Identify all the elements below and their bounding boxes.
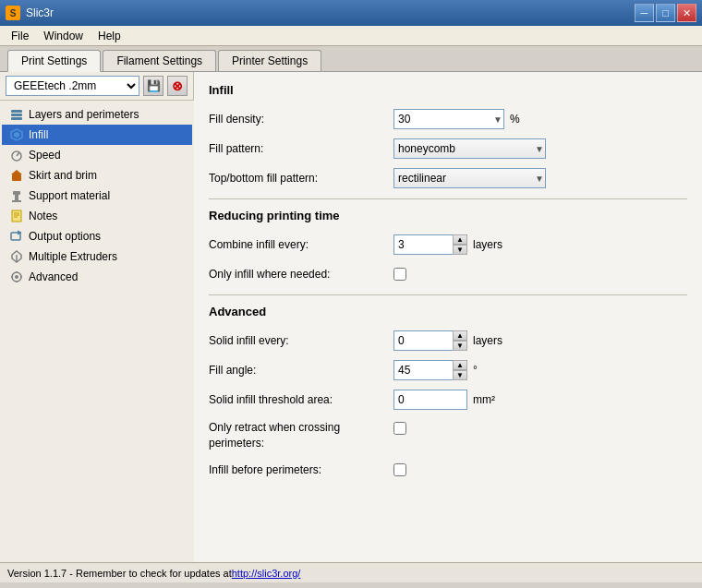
infill-before-row: Infill before perimeters: bbox=[209, 459, 687, 481]
topbottom-pattern-row: Top/bottom fill pattern: rectilinear ▼ bbox=[209, 167, 687, 189]
svg-rect-10 bbox=[15, 195, 18, 200]
profile-save-button[interactable]: 💾 bbox=[143, 76, 163, 96]
svg-rect-0 bbox=[11, 110, 22, 113]
profile-delete-button[interactable]: ⊗ bbox=[167, 76, 188, 96]
fill-angle-unit: ° bbox=[473, 364, 478, 377]
threshold-area-control: mm² bbox=[393, 390, 495, 410]
svg-rect-1 bbox=[11, 114, 22, 116]
infill-before-control bbox=[393, 463, 406, 476]
solid-infill-every-up[interactable]: ▲ bbox=[453, 330, 467, 341]
fill-angle-spinbtns: ▲ ▼ bbox=[453, 360, 467, 380]
speed-icon bbox=[9, 148, 24, 162]
svg-rect-11 bbox=[12, 200, 21, 202]
topbottom-pattern-control: rectilinear ▼ bbox=[393, 168, 546, 188]
fill-pattern-select-wrapper: honeycomb ▼ bbox=[393, 138, 546, 159]
svg-rect-12 bbox=[12, 210, 21, 222]
only-retract-label: Only retract when crossingperimeters: bbox=[209, 420, 393, 451]
layers-icon bbox=[9, 107, 24, 122]
combine-infill-down[interactable]: ▼ bbox=[453, 245, 467, 255]
threshold-area-label: Solid infill threshold area: bbox=[209, 393, 393, 406]
tab-print-settings[interactable]: Print Settings bbox=[7, 50, 101, 72]
app-icon: S bbox=[6, 6, 20, 20]
sidebar-item-skirt[interactable]: Skirt and brim bbox=[2, 165, 192, 186]
notes-icon bbox=[9, 209, 24, 223]
sidebar-label-advanced: Advanced bbox=[29, 270, 78, 283]
sidebar-label-support: Support material bbox=[29, 189, 110, 202]
sidebar-item-speed[interactable]: Speed bbox=[2, 145, 192, 165]
solid-infill-every-label: Solid infill every: bbox=[209, 334, 393, 347]
topbottom-pattern-select[interactable]: rectilinear bbox=[393, 168, 546, 188]
fill-angle-spinner: ▲ ▼ bbox=[393, 360, 467, 380]
main-content: GEEEtech .2mm 💾 ⊗ Layers and perimeters bbox=[0, 72, 702, 562]
sidebar-item-notes[interactable]: Notes bbox=[2, 206, 192, 226]
extruder-icon bbox=[9, 249, 24, 264]
title-bar: S Slic3r ─ □ ✕ bbox=[0, 0, 702, 26]
only-infill-checkbox[interactable] bbox=[393, 268, 406, 281]
tab-filament-settings[interactable]: Filament Settings bbox=[103, 50, 216, 71]
infill-before-label: Infill before perimeters: bbox=[209, 463, 393, 476]
minimize-button[interactable]: ─ bbox=[635, 4, 654, 22]
infill-before-checkbox[interactable] bbox=[393, 463, 406, 476]
status-text: Version 1.1.7 - Remember to check for up… bbox=[7, 568, 232, 579]
fill-density-unit: % bbox=[510, 113, 520, 126]
menu-file[interactable]: File bbox=[4, 28, 36, 44]
section-advanced-title: Advanced bbox=[209, 305, 687, 320]
fill-density-control: 30 ▼ % bbox=[393, 109, 520, 129]
sidebar-label-extruders: Multiple Extruders bbox=[29, 250, 117, 263]
threshold-area-unit: mm² bbox=[473, 393, 495, 406]
fill-angle-control: ▲ ▼ ° bbox=[393, 360, 478, 380]
sidebar-item-output[interactable]: Output options bbox=[2, 226, 192, 246]
sidebar-item-support[interactable]: Support material bbox=[2, 186, 192, 206]
content-panel: Infill Fill density: 30 ▼ % Fill pattern… bbox=[194, 72, 702, 562]
sidebar: Layers and perimeters Infill bbox=[0, 101, 194, 562]
svg-rect-9 bbox=[13, 191, 20, 195]
combine-infill-control: ▲ ▼ layers bbox=[393, 234, 502, 255]
only-retract-checkbox[interactable] bbox=[393, 422, 406, 435]
svg-marker-4 bbox=[14, 132, 19, 138]
section-reducing-title: Reducing printing time bbox=[209, 209, 687, 224]
menu-window[interactable]: Window bbox=[36, 28, 91, 44]
svg-rect-7 bbox=[12, 174, 21, 181]
combine-infill-up[interactable]: ▲ bbox=[453, 234, 467, 245]
sidebar-label-skirt: Skirt and brim bbox=[29, 169, 97, 182]
fill-angle-label: Fill angle: bbox=[209, 364, 393, 377]
combine-infill-unit: layers bbox=[473, 238, 502, 251]
only-infill-label: Only infill where needed: bbox=[209, 268, 393, 281]
fill-density-select-wrapper: 30 ▼ bbox=[393, 109, 504, 129]
sidebar-label-output: Output options bbox=[29, 230, 101, 243]
profile-select[interactable]: GEEEtech .2mm bbox=[6, 76, 139, 96]
skirt-icon bbox=[9, 168, 24, 183]
fill-density-row: Fill density: 30 ▼ % bbox=[209, 108, 687, 130]
output-icon bbox=[9, 229, 24, 244]
fill-pattern-select[interactable]: honeycomb bbox=[393, 138, 546, 159]
topbottom-pattern-label: Top/bottom fill pattern: bbox=[209, 172, 393, 185]
combine-infill-label: Combine infill every: bbox=[209, 238, 393, 251]
svg-rect-2 bbox=[11, 117, 22, 120]
app-title: Slic3r bbox=[26, 6, 54, 19]
divider-2 bbox=[209, 294, 687, 295]
solid-infill-every-row: Solid infill every: ▲ ▼ layers bbox=[209, 330, 687, 352]
sidebar-item-infill[interactable]: Infill bbox=[2, 125, 192, 145]
tab-printer-settings[interactable]: Printer Settings bbox=[218, 50, 321, 71]
status-link[interactable]: http://slic3r.org/ bbox=[232, 568, 301, 579]
only-infill-control bbox=[393, 268, 406, 281]
close-button[interactable]: ✕ bbox=[677, 4, 696, 22]
fill-density-label: Fill density: bbox=[209, 113, 393, 126]
svg-point-20 bbox=[15, 275, 18, 279]
status-bar: Version 1.1.7 - Remember to check for up… bbox=[0, 562, 702, 582]
solid-infill-every-down[interactable]: ▼ bbox=[453, 341, 467, 351]
solid-infill-every-spinbtns: ▲ ▼ bbox=[453, 330, 467, 351]
maximize-button[interactable]: □ bbox=[656, 4, 675, 22]
threshold-area-input[interactable] bbox=[393, 390, 467, 410]
sidebar-item-advanced[interactable]: Advanced bbox=[2, 267, 192, 287]
sidebar-item-layers[interactable]: Layers and perimeters bbox=[2, 104, 192, 125]
combine-infill-spinbtns: ▲ ▼ bbox=[453, 234, 467, 255]
fill-angle-down[interactable]: ▼ bbox=[453, 370, 467, 380]
sidebar-item-extruders[interactable]: Multiple Extruders bbox=[2, 246, 192, 267]
topbottom-pattern-wrapper: rectilinear ▼ bbox=[393, 168, 546, 188]
menu-help[interactable]: Help bbox=[91, 28, 128, 44]
fill-density-select[interactable]: 30 bbox=[393, 109, 504, 129]
tab-bar: Print Settings Filament Settings Printer… bbox=[0, 46, 702, 72]
profile-row: GEEEtech .2mm 💾 ⊗ bbox=[0, 72, 193, 101]
fill-angle-up[interactable]: ▲ bbox=[453, 360, 467, 370]
